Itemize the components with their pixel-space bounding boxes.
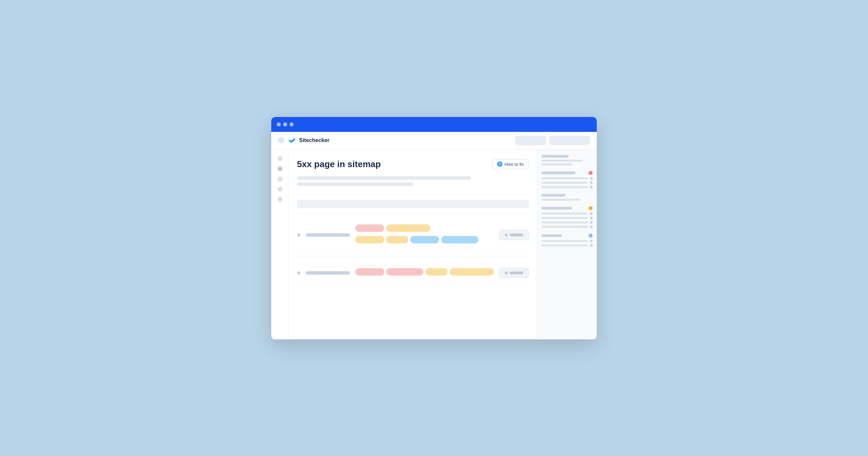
action-bar-2 [510,272,523,274]
addressbar-buttons [515,136,590,145]
rp-line-4a [541,213,588,215]
header-button-2[interactable] [549,136,590,145]
tag2-pink-2 [386,268,423,276]
rp-row-2c [541,186,593,189]
address-bar: Sitechecker [271,132,597,150]
tags-line-2 [355,236,439,243]
row-action-button-1[interactable] [499,230,529,240]
logo-text: Sitechecker [299,137,330,143]
rp-line-2a [541,177,588,179]
rp-lines-1 [541,160,593,165]
rp-title-bar-4 [541,207,572,210]
row-tags-1 [355,224,494,245]
rp-dot-4c [590,221,593,224]
rp-dot-4a [590,212,593,215]
desc-line-2 [297,182,413,186]
content-panel: 5xx page in sitemap ? How to fix [289,150,537,339]
tag-pink-1 [355,224,384,232]
tags-line-1 [355,224,430,232]
rp-title-bar-3 [541,194,565,197]
sidebar-item-4[interactable] [278,187,282,192]
table-header [297,200,529,208]
rp-line-2c [541,186,588,188]
action-dot-1 [505,234,508,236]
rp-header-4 [541,206,593,210]
divider-2 [297,213,529,214]
action-bar-1 [510,234,523,236]
rp-status-dot-red [589,171,593,175]
sidebar-item-2[interactable] [278,166,282,171]
sidebar [271,150,289,339]
rp-dot-4d [590,225,593,228]
rp-row-4a [541,212,593,215]
rp-header-5 [541,234,593,238]
how-to-fix-button[interactable]: ? How to fix [492,159,529,169]
right-panel [537,150,597,339]
rp-row-2b [541,181,593,184]
rp-line-3a [541,199,580,201]
main-layout: 5xx page in sitemap ? How to fix [271,150,597,339]
rp-title-bar-5 [541,234,562,237]
rp-header-2 [541,171,593,175]
maximize-dot [290,122,294,126]
rp-line-4c [541,221,588,223]
sidebar-item-3[interactable] [278,177,282,181]
tag-yellow-2 [355,236,384,243]
table-row [297,219,529,251]
rp-status-dot-blue [589,234,593,238]
sidebar-item-5[interactable] [278,197,282,202]
rp-row-4c [541,221,593,224]
how-to-fix-label: How to fix [505,162,524,167]
help-icon: ? [497,161,502,167]
tag-yellow-1 [386,224,430,232]
rp-line-1b [541,163,572,165]
rp-section-2 [541,171,593,189]
tag2-pink-1 [355,268,384,276]
rp-lines-3 [541,199,593,201]
row-label-2 [306,271,350,275]
divider-3 [297,257,529,257]
rp-row-4b [541,217,593,219]
row-label-1 [306,233,350,237]
table-row-2 [297,262,529,284]
rp-section-3 [541,194,593,201]
rp-row-5b [541,244,593,247]
window-controls [277,122,294,126]
tag2-yellow-2 [450,268,494,276]
rp-section-1 [541,155,593,165]
row-action-button-2[interactable] [499,268,529,278]
page-title: 5xx page in sitemap [297,159,381,170]
rp-title-bar-2 [541,172,575,174]
browser-window: Sitechecker 5xx page in sitemap [271,117,597,339]
rp-lines-5 [541,240,593,247]
rp-section-5 [541,234,593,247]
rp-line-1a [541,160,583,162]
rp-line-5a [541,240,588,242]
tags2-line-1 [355,268,423,276]
rp-lines-2 [541,177,593,189]
rp-section-4 [541,206,593,228]
rp-title-bar-1 [541,155,569,158]
rp-dot-5b [590,244,593,247]
rp-line-4d [541,226,588,228]
rp-dot-2c [590,186,593,189]
rp-dot-2b [590,181,593,184]
tag2-yellow-1 [426,268,448,276]
logo-icon [288,136,296,144]
row-tags-2 [355,268,494,278]
rp-row-2a [541,177,593,180]
sidebar-item-1[interactable] [278,156,282,161]
rp-dot-2a [590,177,593,180]
rp-dot-5a [590,240,593,242]
rp-row-4d [541,225,593,228]
row-indicator-1 [297,233,300,237]
rp-row-5a [541,240,593,242]
logo-area: Sitechecker [288,136,511,144]
tags2-line-2 [426,268,494,276]
divider-1 [297,194,529,194]
header-button-1[interactable] [515,136,546,145]
tags-line-3 [441,236,478,245]
rp-status-dot-orange [589,206,593,210]
rp-header-1 [541,155,593,158]
rp-line-2b [541,182,588,184]
